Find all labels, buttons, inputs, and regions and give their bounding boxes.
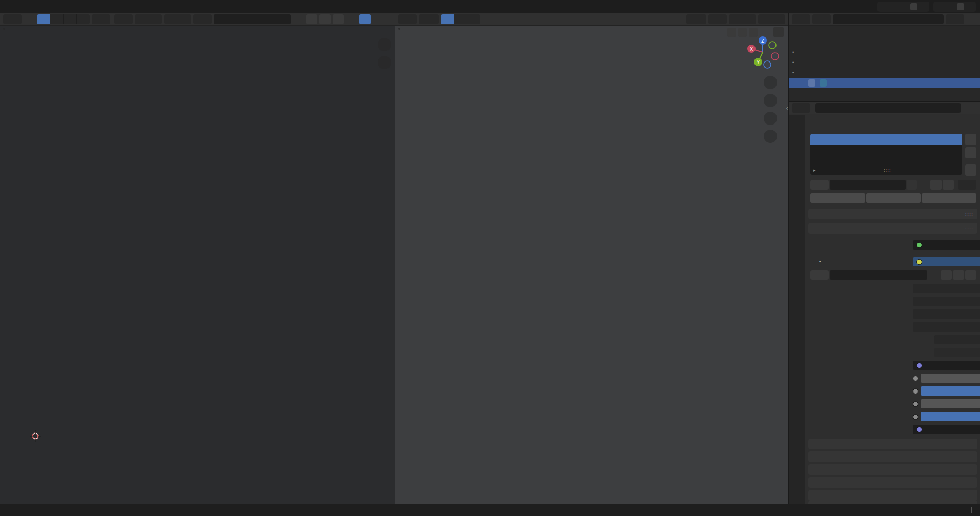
surface-panel-header[interactable]: ::::	[808, 223, 977, 234]
properties-editor-type[interactable]	[792, 103, 810, 113]
uv-snap-controls[interactable]	[135, 14, 162, 24]
uv-sticky-mode[interactable]	[92, 14, 110, 24]
surface-shader-field[interactable]	[913, 240, 980, 250]
vertex-select-button[interactable]	[441, 14, 454, 24]
zoom-button[interactable]	[764, 76, 777, 89]
transform-orientation[interactable]	[686, 14, 706, 24]
outliner-row-boundbox[interactable]: •	[789, 47, 980, 57]
socket-icon[interactable]	[913, 388, 918, 394]
unlink-image-button[interactable]	[965, 270, 976, 280]
edge-select-button[interactable]	[454, 14, 467, 24]
disclosure-icon[interactable]	[803, 49, 809, 55]
uv-image-name-field[interactable]	[214, 14, 291, 24]
eye-icon[interactable]	[959, 69, 967, 76]
new-collection-button[interactable]	[966, 14, 977, 24]
copy-icon[interactable]	[910, 3, 917, 10]
copy-icon[interactable]	[957, 3, 964, 10]
interpolation-dropdown[interactable]	[913, 284, 980, 293]
face-select-button[interactable]	[467, 14, 480, 24]
uv-vertex-mode-button[interactable]	[37, 14, 50, 24]
diffuse-panel-header[interactable]	[808, 439, 977, 449]
viewlayer-selector[interactable]	[933, 2, 976, 12]
fake-user-button[interactable]	[928, 270, 940, 280]
mirror-x-toggle[interactable]	[727, 28, 736, 37]
proportional-edit[interactable]	[758, 14, 785, 24]
uv-edge-mode-button[interactable]	[50, 14, 64, 24]
eye-closed-icon[interactable]	[959, 49, 967, 56]
camera-icon[interactable]	[970, 38, 977, 46]
normal-field[interactable]	[913, 425, 980, 434]
unlink-image-button[interactable]	[333, 14, 344, 24]
uv-face-mode-button[interactable]	[64, 14, 77, 24]
source-dropdown[interactable]	[913, 322, 980, 332]
scene-selector[interactable]	[877, 2, 929, 12]
image-name-field[interactable]	[830, 270, 927, 280]
pin-icon[interactable]	[901, 3, 908, 10]
magnet-icon[interactable]	[137, 16, 145, 23]
coat-panel-header[interactable]	[808, 490, 977, 501]
uv-proportional-edit[interactable]	[164, 14, 191, 24]
eye-icon[interactable]	[959, 38, 967, 46]
mode-selector[interactable]	[419, 14, 439, 24]
outliner-search[interactable]	[833, 14, 944, 24]
outliner-row-en-r[interactable]: •	[789, 68, 980, 78]
outliner-row-scene-collection[interactable]	[789, 27, 980, 37]
slot-specials-button[interactable]	[965, 164, 976, 176]
chevron-down-icon[interactable]	[809, 259, 815, 265]
eye-icon[interactable]	[959, 59, 967, 66]
deselect-button[interactable]	[922, 193, 976, 203]
color-space-dropdown[interactable]	[934, 335, 980, 344]
pan-button[interactable]	[378, 56, 391, 69]
disclosure-icon[interactable]	[803, 70, 809, 76]
material-slot-active[interactable]	[810, 134, 962, 145]
alpha-mode-dropdown[interactable]	[934, 348, 980, 357]
remove-slot-button[interactable]	[965, 147, 976, 158]
snap-target-selector[interactable]	[708, 14, 727, 24]
base-color-field[interactable]	[913, 257, 980, 266]
outliner-row-collection[interactable]	[789, 37, 980, 47]
drag-dots[interactable]: ::::	[816, 168, 959, 173]
navigation-gizmo[interactable]: Z X Y	[744, 34, 781, 71]
subsurface-panel-header[interactable]	[808, 451, 977, 462]
zoom-button[interactable]	[378, 38, 391, 51]
new-image-button[interactable]	[306, 14, 317, 24]
material-specials-button[interactable]	[958, 180, 976, 190]
new-image-button[interactable]	[941, 270, 952, 280]
editor-type-uv[interactable]	[3, 14, 22, 24]
viewport-canvas[interactable]	[395, 13, 789, 504]
proportional-edit-icon[interactable]	[167, 16, 174, 23]
outliner-search-input[interactable]	[845, 15, 940, 24]
uv-island-mode-button[interactable]	[77, 14, 90, 24]
roughness-slider[interactable]	[921, 386, 980, 396]
projection-dropdown[interactable]	[913, 297, 980, 306]
editor-type-3d[interactable]	[398, 14, 417, 24]
extension-dropdown[interactable]	[913, 309, 980, 319]
ior-slider[interactable]	[921, 399, 980, 408]
metallic-slider[interactable]	[921, 374, 980, 383]
fake-user-button[interactable]	[293, 14, 304, 24]
fake-user-button[interactable]	[918, 180, 929, 190]
specular-panel-header[interactable]	[808, 464, 977, 475]
transmission-panel-header[interactable]	[808, 477, 977, 488]
blender-logo-icon[interactable]	[5, 2, 14, 11]
outliner-row-hull[interactable]	[789, 78, 980, 88]
pin-image-button[interactable]	[346, 14, 357, 24]
proportional-edit-icon[interactable]	[761, 16, 768, 23]
region-collapse-arrow[interactable]: ‹	[786, 105, 788, 112]
properties-search[interactable]	[815, 103, 961, 113]
new-material-button[interactable]	[930, 180, 942, 190]
disclosure-icon[interactable]	[800, 80, 806, 86]
vector-field[interactable]	[913, 361, 980, 370]
magnet-icon[interactable]	[731, 16, 739, 23]
material-slot-list[interactable]: ▸ ::::	[810, 134, 962, 175]
pan-button[interactable]	[764, 94, 777, 107]
properties-options-button[interactable]	[966, 103, 977, 113]
open-image-button[interactable]	[319, 14, 331, 24]
socket-icon[interactable]	[913, 401, 918, 407]
browse-material-button[interactable]	[810, 180, 829, 190]
add-slot-button[interactable]	[965, 134, 976, 145]
select-button[interactable]	[866, 193, 921, 203]
grid-ortho-button[interactable]	[764, 130, 777, 143]
camera-icon[interactable]	[970, 49, 977, 56]
open-image-button[interactable]	[953, 270, 964, 280]
